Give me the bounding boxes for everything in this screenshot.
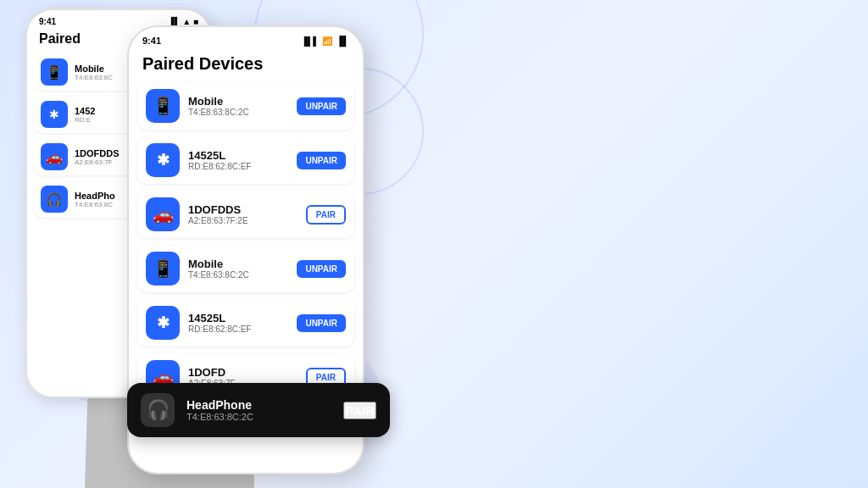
device-name: Mobile: [188, 95, 288, 108]
device-info: Mobile T4:E8:63:8C:2C: [188, 95, 288, 117]
device-icon-mobile: 📱: [41, 58, 68, 86]
phone-front-time: 9:41: [142, 36, 161, 46]
pair-button[interactable]: PAIR: [306, 205, 346, 225]
list-item: ✱ 14525L RD:E8:62:8C:EF UNPAIR: [137, 299, 354, 347]
notif-mac: T4:E8:63:8C:2C: [186, 412, 331, 422]
status-icons: ▐▌▌ 📶 ▐▌: [301, 36, 349, 46]
device-mac: T4:E8:63:8C:2C: [188, 270, 288, 280]
device-mac: T4:E8:63:8C:2C: [188, 108, 288, 117]
unpair-button[interactable]: UNPAIR: [297, 260, 346, 278]
signal-icon: ▐▌▌: [301, 36, 319, 46]
device-mac: RD:E8:62:8C:EF: [188, 324, 288, 334]
device-list: 📱 Mobile T4:E8:63:8C:2C UNPAIR ✱ 14525L …: [129, 82, 363, 401]
device-icon-bt: ✱: [41, 101, 68, 128]
notif-name: HeadPhone: [186, 398, 331, 412]
device-mac: RD:E8:62:8C:EF: [188, 162, 288, 171]
device-info: Mobile T4:E8:63:8C:2C: [188, 258, 288, 280]
device-icon-bt: ✱: [146, 143, 180, 177]
device-name: 14525L: [188, 149, 288, 162]
list-item: 🚗 1DOFDDS A2:E8:63:7F:2E PAIR: [137, 191, 354, 238]
phone-back-time: 9:41: [39, 17, 56, 26]
device-name: 1DOFDDS: [188, 203, 298, 216]
phone-front-status-bar: 9:41 ▐▌▌ 📶 ▐▌: [129, 27, 363, 49]
phone-front-title: Paired Devices: [129, 49, 363, 82]
wifi-icon: 📶: [322, 36, 332, 46]
device-info: 1DOFDDS A2:E8:63:7F:2E: [188, 203, 298, 225]
unpair-button[interactable]: UNPAIR: [297, 152, 346, 169]
device-mac: A2:E8:63:7F:2E: [188, 216, 298, 225]
device-icon-car: 🚗: [41, 143, 68, 170]
device-icon-bt-2: ✱: [146, 306, 180, 340]
list-item: 📱 Mobile T4:E8:63:8C:2C UNPAIR: [137, 245, 354, 292]
notif-info: HeadPhone T4:E8:63:8C:2C: [186, 398, 331, 422]
device-name: 1DOFD: [188, 366, 298, 379]
device-name: 14525L: [188, 312, 288, 324]
unpair-button[interactable]: UNPAIR: [297, 314, 346, 332]
unpair-button[interactable]: UNPAIR: [297, 97, 346, 115]
list-item: 📱 Mobile T4:E8:63:8C:2C UNPAIR: [137, 82, 354, 130]
device-icon-car: 🚗: [146, 197, 180, 231]
device-icon-mobile: 📱: [146, 89, 180, 123]
notif-icon: 🎧: [141, 393, 175, 427]
device-icon-mobile-2: 📱: [146, 252, 180, 286]
device-name: Mobile: [188, 258, 288, 270]
list-item: ✱ 14525L RD:E8:62:8C:EF UNPAIR: [137, 136, 354, 184]
device-info: 14525L RD:E8:62:8C:EF: [188, 149, 288, 171]
notification-bar: 🎧 HeadPhone T4:E8:63:8C:2C PAIR: [127, 383, 390, 437]
device-info: 14525L RD:E8:62:8C:EF: [188, 312, 288, 334]
battery-icon: ▐▌: [336, 36, 349, 46]
notif-pair-button[interactable]: PAIR: [343, 402, 376, 419]
device-icon-headphone: 🎧: [41, 186, 68, 213]
